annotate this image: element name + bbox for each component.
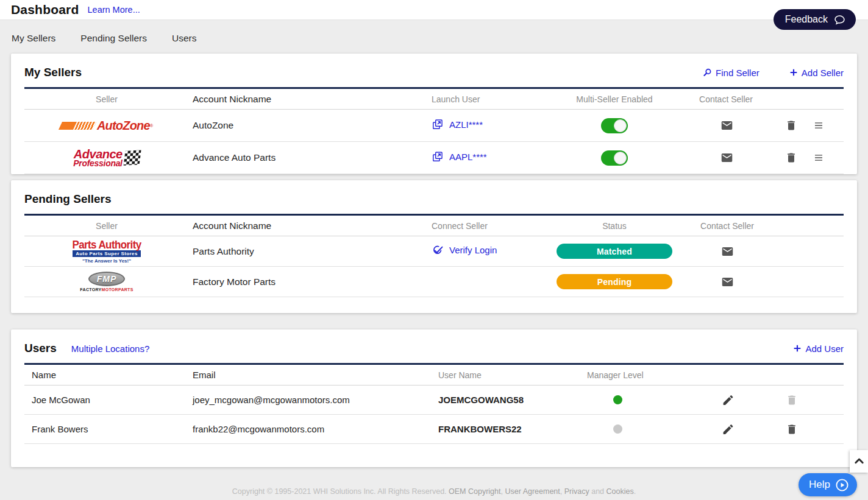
users-column-headers: Name Email User Name Manager Level (24, 365, 844, 386)
manager-level-indicator (613, 424, 622, 434)
table-row-autozone: AutoZone® AutoZone AZLI**** (24, 110, 844, 142)
status-badge: Pending (557, 274, 672, 289)
pending-sellers-title-row: Pending Sellers (24, 180, 844, 216)
col-status: Status (557, 221, 672, 231)
col-connect-seller: Connect Seller (427, 221, 557, 231)
trash-icon[interactable] (786, 394, 798, 406)
col-email: Email (193, 370, 438, 380)
plus-icon (792, 343, 802, 353)
add-user-button[interactable]: Add User (792, 343, 844, 354)
tab-bar: My Sellers Pending Sellers Users (0, 20, 868, 54)
pending-sellers-title: Pending Sellers (24, 192, 112, 206)
table-row-advance: Advance Professional Advance Auto Parts … (24, 142, 844, 174)
account-nickname: Advance Auto Parts (189, 152, 427, 163)
menu-icon[interactable] (813, 152, 824, 163)
account-nickname: AutoZone (189, 120, 427, 131)
user-username-cell: FRANKBOWERS22 (438, 424, 587, 434)
my-sellers-title-row: My Sellers Find Seller Add Seller (24, 54, 844, 89)
mail-icon[interactable] (720, 119, 733, 132)
multi-seller-toggle[interactable] (601, 150, 628, 166)
col-account-nickname: Account Nickname (189, 94, 427, 105)
page-title: Dashboard (11, 2, 79, 17)
factory-motor-parts-logo: FMP FACTORYMOTORPARTS (80, 272, 133, 292)
multiple-locations-link[interactable]: Multiple Locations? (71, 343, 149, 354)
col-seller: Seller (24, 221, 189, 231)
help-label: Help (809, 479, 830, 491)
launch-icon (432, 119, 443, 130)
user-agreement-link[interactable]: User Agreement (505, 487, 560, 496)
chevron-up-icon (853, 455, 866, 468)
cookies-link[interactable]: Cookies (607, 487, 634, 496)
check-circle-icon (432, 244, 444, 256)
add-seller-button[interactable]: Add Seller (789, 68, 844, 78)
table-row-fmp: FMP FACTORYMOTORPARTS Factory Motor Part… (24, 267, 844, 297)
help-button[interactable]: Help (799, 473, 857, 496)
table-row-joe-mcgowan: Joe McGowan joey_mcgowan@mcgowanmotors.c… (24, 386, 844, 415)
user-username-cell: JOEMCGOWANG58 (438, 395, 587, 405)
my-sellers-title: My Sellers (24, 66, 82, 79)
feedback-label: Feedback (785, 14, 828, 25)
speech-bubble-icon (833, 13, 846, 26)
status-badge: Matched (557, 244, 672, 259)
mail-icon[interactable] (721, 275, 734, 288)
top-header: Dashboard Learn More... (0, 0, 868, 20)
feedback-button[interactable]: Feedback (774, 9, 856, 30)
trash-icon[interactable] (785, 119, 797, 132)
users-title: Users (24, 342, 57, 355)
user-email-cell: joey_mcgowan@mcgowanmotors.com (193, 395, 438, 405)
user-name-cell: Joe McGowan (24, 395, 193, 405)
my-sellers-column-headers: Seller Account Nickname Launch User Mult… (24, 89, 844, 110)
col-multi-seller: Multi-Seller Enabled (567, 94, 662, 104)
parts-authority-logo: Parts Authority Auto Parts Super Stores … (72, 239, 141, 264)
privacy-link[interactable]: Privacy (564, 487, 589, 496)
col-contact-seller: Contact Seller (672, 221, 782, 231)
edit-icon[interactable] (722, 423, 735, 435)
launch-icon (432, 151, 443, 163)
col-seller: Seller (24, 94, 189, 104)
mail-icon[interactable] (720, 152, 733, 164)
scroll-to-top-button[interactable] (850, 450, 868, 473)
oem-copyright-link[interactable]: OEM Copyright (449, 487, 500, 496)
advance-professional-logo: Advance Professional (73, 149, 140, 167)
col-account-nickname: Account Nickname (189, 220, 427, 231)
plus-icon (789, 68, 799, 77)
user-email-cell: frankb22@mcgowanmotors.com (193, 424, 438, 434)
autozone-logo: AutoZone® (60, 119, 153, 133)
verify-login-link[interactable]: Verify Login (432, 244, 497, 256)
tab-users[interactable]: Users (172, 33, 196, 54)
tab-my-sellers[interactable]: My Sellers (12, 33, 55, 54)
learn-more-link[interactable]: Learn More... (88, 5, 140, 15)
multi-seller-toggle[interactable] (601, 118, 628, 133)
trash-icon[interactable] (785, 152, 797, 164)
user-name-cell: Frank Bowers (24, 424, 193, 434)
table-row-frank-bowers: Frank Bowers frankb22@mcgowanmotors.com … (24, 415, 844, 444)
play-circle-icon (835, 478, 849, 492)
find-seller-button[interactable]: Find Seller (702, 68, 760, 78)
account-nickname: Factory Motor Parts (189, 276, 427, 287)
menu-icon[interactable] (813, 120, 824, 131)
account-nickname: Parts Authority (189, 246, 427, 257)
col-user-name: User Name (438, 370, 587, 380)
edit-icon[interactable] (722, 393, 735, 406)
col-name: Name (24, 370, 193, 380)
launch-user-link[interactable]: AZLI**** (432, 119, 483, 130)
search-icon (702, 68, 713, 78)
col-launch-user: Launch User (427, 94, 567, 104)
my-sellers-card: My Sellers Find Seller Add Seller Seller… (11, 54, 857, 174)
trash-icon[interactable] (786, 423, 798, 435)
pending-sellers-column-headers: Seller Account Nickname Connect Seller S… (24, 216, 844, 236)
mail-icon[interactable] (721, 245, 734, 258)
users-title-row: Users Multiple Locations? Add User (24, 329, 844, 365)
col-contact-seller: Contact Seller (662, 94, 790, 104)
users-card: Users Multiple Locations? Add User Name … (11, 329, 857, 467)
launch-user-link[interactable]: AAPL**** (432, 151, 487, 163)
checkered-flag-icon (123, 150, 141, 165)
footer-copyright: Copyright © 1995-2021 WHI Solutions Inc.… (0, 487, 868, 496)
col-manager-level: Manager Level (587, 370, 648, 380)
pending-sellers-card: Pending Sellers Seller Account Nickname … (11, 180, 857, 313)
table-row-parts-authority: Parts Authority Auto Parts Super Stores … (24, 236, 844, 267)
tab-pending-sellers[interactable]: Pending Sellers (80, 33, 147, 54)
manager-level-indicator (613, 395, 622, 404)
